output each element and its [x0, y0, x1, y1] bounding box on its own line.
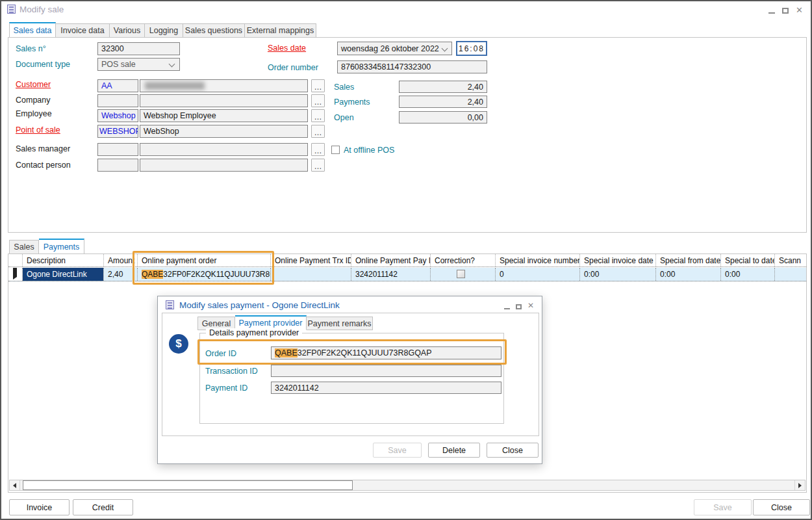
credit-button[interactable]: Credit	[73, 499, 133, 515]
transaction-id-input[interactable]	[271, 365, 501, 377]
tab-sales-data[interactable]: Sales data	[9, 22, 56, 38]
grid-header-online-payment-trx-id[interactable]: Online Payment Trx ID	[271, 254, 351, 266]
cell-special-from-date[interactable]: 0:00	[656, 268, 721, 281]
minimize-icon[interactable]	[768, 12, 775, 14]
tab-logging[interactable]: Logging	[145, 23, 183, 38]
grid-header-amount[interactable]: Amount	[104, 254, 138, 266]
modify-sale-window: Modify sale ✕ Sales data Invoice data Va…	[0, 0, 812, 520]
order-id-rest: 32FP0F2K2QK11QJUUU73R8GQAP	[298, 348, 432, 358]
grid-header-indicator	[8, 254, 23, 266]
grid-header-special-invoice-number[interactable]: Special invoice number	[496, 254, 580, 266]
payment-coin-icon: $	[169, 334, 188, 354]
grid-header-description[interactable]: Description	[23, 254, 104, 266]
company-name-input[interactable]	[140, 94, 308, 107]
customer-lookup-button[interactable]: …	[311, 79, 325, 92]
dialog-close-button[interactable]: Close	[487, 443, 539, 458]
tab-various[interactable]: Various	[110, 23, 145, 38]
company-code-input[interactable]	[97, 94, 138, 107]
company-label: Company	[16, 96, 51, 105]
document-type-label: Document type	[16, 60, 70, 69]
payments-amount-label: Payments	[334, 98, 370, 107]
sales-amount-field: 2,40	[399, 81, 487, 93]
grid-header-online-payment-pay-id[interactable]: Online Payment Pay ID	[351, 254, 431, 266]
grid-header-correction[interactable]: Correction?	[431, 254, 496, 266]
sales-manager-label: Sales manager	[16, 144, 70, 153]
modify-sales-payment-dialog: Modify sales payment - Ogone DirectLink …	[157, 296, 542, 464]
order-id-input[interactable]: QABE32FP0F2K2QK11QJUUU73R8GQAP	[271, 346, 501, 359]
correction-checkbox[interactable]	[457, 270, 465, 278]
window-title: Modify sale	[19, 5, 64, 14]
horizontal-scrollbar[interactable]	[9, 480, 806, 491]
open-amount-label: Open	[334, 113, 354, 122]
sales-manager-name-input[interactable]	[140, 143, 308, 156]
selected-description: Ogone DirectLink	[23, 268, 103, 281]
sales-time-input[interactable]: 16:08	[456, 41, 487, 56]
maximize-icon[interactable]	[782, 8, 789, 14]
grid-header-special-to-date[interactable]: Special to date	[721, 254, 775, 266]
grid-header-scanned[interactable]: Scann	[775, 254, 806, 266]
dialog-save-button[interactable]: Save	[373, 443, 422, 458]
at-offline-pos-checkbox[interactable]	[331, 146, 340, 154]
customer-name-input[interactable]	[140, 79, 308, 92]
company-lookup-button[interactable]: …	[311, 94, 325, 107]
grid-header-special-from-date[interactable]: Special from date	[656, 254, 721, 266]
employee-lookup-button[interactable]: …	[311, 109, 325, 122]
cell-correction[interactable]	[431, 268, 496, 281]
payment-id-input[interactable]: 3242011142	[271, 382, 501, 394]
sales-no-input[interactable]: 32300	[97, 42, 180, 55]
close-button[interactable]: Close	[753, 499, 810, 515]
minimize-icon[interactable]	[504, 308, 510, 309]
tab-sales-questions[interactable]: Sales questions	[183, 23, 245, 38]
cell-online-payment-order[interactable]: QABE32FP0F2K2QK11QJUUU73R8GQAP	[138, 268, 271, 281]
tab-payment-remarks[interactable]: Payment remarks	[307, 317, 373, 330]
close-icon[interactable]: ✕	[527, 302, 534, 310]
title-bar: Modify sale ✕	[1, 1, 811, 18]
dialog-delete-button[interactable]: Delete	[428, 443, 480, 458]
customer-code-input[interactable]: AA	[97, 79, 138, 92]
point-of-sale-code-input[interactable]: WEBSHOP	[97, 125, 138, 138]
contact-person-lookup-button[interactable]: …	[311, 159, 325, 172]
grid-header-special-invoice-date[interactable]: Special invoice date	[580, 254, 656, 266]
point-of-sale-lookup-button[interactable]: …	[311, 125, 325, 138]
customer-label: Customer	[16, 80, 51, 89]
chevron-down-icon	[442, 46, 448, 52]
cell-online-payment-trx-id[interactable]	[271, 268, 351, 281]
scrollbar-track[interactable]	[20, 480, 794, 490]
scroll-right-button[interactable]	[794, 480, 805, 490]
employee-name-input[interactable]: Webshop Employee	[140, 109, 308, 122]
tab-payments[interactable]: Payments	[39, 239, 84, 254]
invoice-button[interactable]: Invoice	[9, 499, 70, 515]
cell-scanned[interactable]	[775, 268, 806, 281]
contact-person-code-input[interactable]	[97, 159, 138, 172]
row-indicator-cell	[8, 268, 23, 281]
scrollbar-thumb[interactable]	[23, 480, 353, 490]
close-icon[interactable]: ✕	[796, 6, 803, 14]
sales-manager-code-input[interactable]	[97, 143, 138, 156]
cell-description[interactable]: Ogone DirectLink	[23, 268, 104, 281]
tab-external-mappings[interactable]: External mappings	[245, 23, 316, 38]
cell-online-payment-pay-id[interactable]: 3242011142	[351, 268, 431, 281]
point-of-sale-name-input[interactable]: WebShop	[140, 125, 308, 138]
cell-special-invoice-date[interactable]: 0:00	[580, 268, 656, 281]
save-button[interactable]: Save	[694, 499, 752, 515]
cell-special-to-date[interactable]: 0:00	[721, 268, 775, 281]
employee-code-input[interactable]: Webshop	[97, 109, 138, 122]
order-number-input[interactable]: 87608334581147332300	[337, 60, 487, 73]
cell-special-invoice-number[interactable]: 0	[496, 268, 580, 281]
details-payment-provider-group: Details payment provider Order ID QABE32…	[199, 333, 504, 424]
payment-id-label: Payment ID	[205, 384, 247, 393]
contact-person-label: Contact person	[16, 161, 71, 170]
tab-invoice-data[interactable]: Invoice data	[56, 23, 110, 38]
maximize-icon[interactable]	[516, 304, 522, 309]
cell-amount[interactable]: 2,40	[104, 268, 138, 281]
document-type-select[interactable]: POS sale	[97, 58, 180, 71]
sales-manager-lookup-button[interactable]: …	[311, 143, 325, 156]
contact-person-name-input[interactable]	[140, 159, 308, 172]
grid-header-online-payment-order[interactable]: Online payment order	[138, 254, 271, 266]
payment-row[interactable]: Ogone DirectLink 2,40 QABE32FP0F2K2QK11Q…	[8, 268, 806, 281]
scroll-left-button[interactable]	[10, 480, 20, 490]
sales-date-select[interactable]: woensdag 26 oktober 2022	[337, 42, 452, 55]
group-title: Details payment provider	[206, 328, 302, 337]
document-type-value: POS sale	[101, 60, 136, 69]
tab-sales-lines[interactable]: Sales	[9, 240, 39, 254]
